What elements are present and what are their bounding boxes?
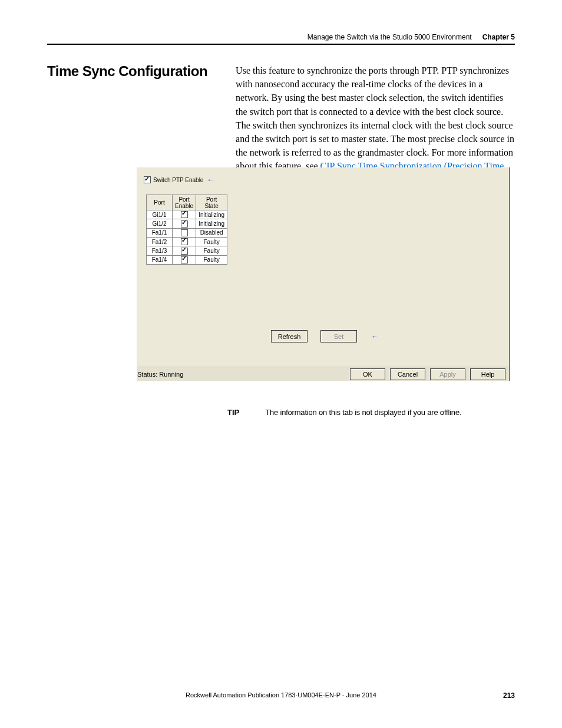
publication-text: Rockwell Automation Publication 1783-UM0… [186,691,376,699]
table-row: Gi1/2 Initializing [147,219,227,228]
header-title: Manage the Switch via the Studio 5000 En… [308,33,472,41]
state-cell: Faulty [196,238,227,246]
port-cell: Fa1/2 [147,238,173,246]
ptp-enable-checkbox[interactable] [144,176,151,183]
status-text: Status: Running [137,371,183,378]
cancel-button[interactable]: Cancel [390,368,425,380]
tip-label: TIP [227,408,239,417]
col-enable: Port Enable [173,195,196,210]
port-table: Port Port Enable Port State Gi1/1 Initia… [146,195,227,265]
state-cell: Initializing [196,219,227,228]
page-number: 213 [503,691,515,700]
arrow-icon: ← [207,176,214,184]
table-row: Fa1/1 Disabled [147,228,227,237]
table-row: Gi1/1 Initializing [147,210,227,219]
col-port: Port [147,195,173,210]
enable-cell[interactable] [173,219,196,228]
port-cell: Fa1/1 [147,228,173,237]
state-cell: Faulty [196,255,227,264]
apply-button[interactable]: Apply [430,368,465,380]
header-chapter: Chapter 5 [482,33,515,41]
port-cell: Fa1/3 [147,246,173,255]
ptp-enable-label: Switch PTP Enable [153,177,203,183]
refresh-button[interactable]: Refresh [271,330,308,342]
page-header: Manage the Switch via the Studio 5000 En… [47,33,515,45]
state-cell: Faulty [196,246,227,255]
port-cell: Fa1/4 [147,255,173,264]
table-row: Fa1/2 Faulty [147,238,227,246]
port-cell: Gi1/1 [147,210,173,219]
section-heading: Time Sync Configuration [47,64,207,79]
port-cell: Gi1/2 [147,219,173,228]
config-dialog: Switch PTP Enable ← Port Port Enable Por… [137,167,510,381]
table-row: Fa1/4 Faulty [147,255,227,264]
page-footer: Rockwell Automation Publication 1783-UM0… [47,691,515,699]
table-row: Fa1/3 Faulty [147,246,227,255]
state-cell: Disabled [196,228,227,237]
arrow-icon: ← [371,332,378,341]
tip-row: TIP The information on this tab is not d… [227,408,515,417]
help-button[interactable]: Help [470,368,505,380]
ptp-enable-row: Switch PTP Enable ← [144,176,214,184]
tip-text: The information on this tab is not displ… [265,408,461,417]
enable-cell[interactable] [173,255,196,264]
col-state: Port State [196,195,227,210]
enable-cell[interactable] [173,246,196,255]
enable-cell[interactable] [173,210,196,219]
status-bar: Status: Running OK Cancel Apply Help [137,367,509,381]
ok-button[interactable]: OK [350,368,385,380]
state-cell: Initializing [196,210,227,219]
action-button-row: Refresh Set ← [271,330,378,342]
set-button[interactable]: Set [320,330,357,342]
body-text-pre: Use this feature to synchronize the port… [236,65,514,171]
enable-cell[interactable] [173,228,196,237]
enable-cell[interactable] [173,238,196,246]
